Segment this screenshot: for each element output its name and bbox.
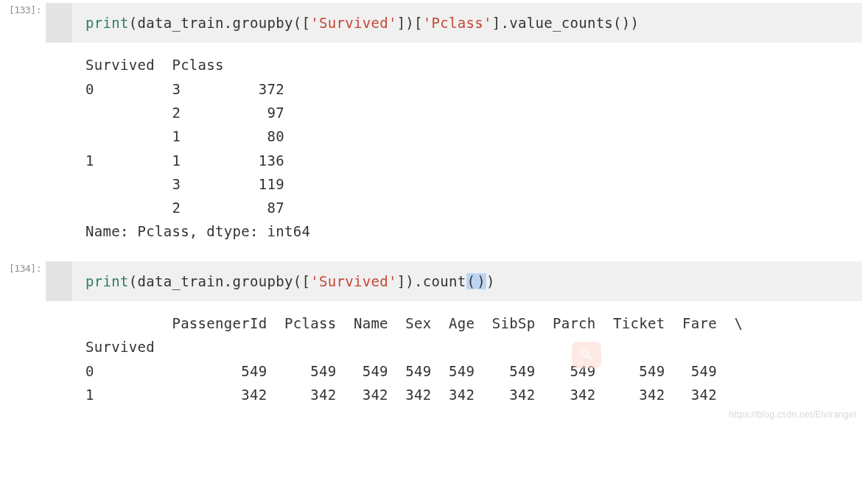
code-token: 'Survived' — [310, 273, 396, 289]
output-prompt — [0, 50, 46, 258]
code-input-cell[interactable]: print(data_train.groupby(['Survived'])['… — [46, 3, 862, 43]
watermark-text: https://blog.csdn.net/Elvirangel — [729, 409, 856, 420]
code-token: print — [85, 15, 129, 31]
code-gutter — [46, 261, 72, 301]
code-token: ) — [476, 273, 486, 289]
code-token: 'Survived' — [310, 15, 396, 31]
code-token: (data_train.groupby([ — [129, 15, 311, 31]
code-token: ].value_counts()) — [492, 15, 640, 31]
code-token: ])[ — [397, 15, 423, 31]
cell-output: Survived Pclass 0 3 372 2 97 1 80 1 1 13… — [46, 50, 868, 258]
cell-prompt: [134]: — [0, 258, 46, 309]
output-prompt — [0, 309, 46, 421]
code-token: (data_train.groupby([ — [129, 273, 311, 289]
code-input-cell[interactable]: print(data_train.groupby(['Survived']).c… — [46, 261, 862, 301]
code-token: 'Pclass' — [423, 15, 492, 31]
code-line[interactable]: print(data_train.groupby(['Survived'])['… — [46, 3, 862, 43]
code-token: ]).count — [397, 273, 466, 289]
cell-prompt: [133]: — [0, 0, 46, 50]
code-token: ( — [466, 273, 477, 289]
code-token: ) — [486, 273, 495, 289]
cell-output: PassengerId Pclass Name Sex Age SibSp Pa… — [46, 309, 868, 421]
magnifier-icon — [572, 342, 601, 368]
code-token: print — [85, 273, 129, 289]
code-gutter — [46, 3, 72, 43]
code-line[interactable]: print(data_train.groupby(['Survived']).c… — [46, 261, 862, 301]
